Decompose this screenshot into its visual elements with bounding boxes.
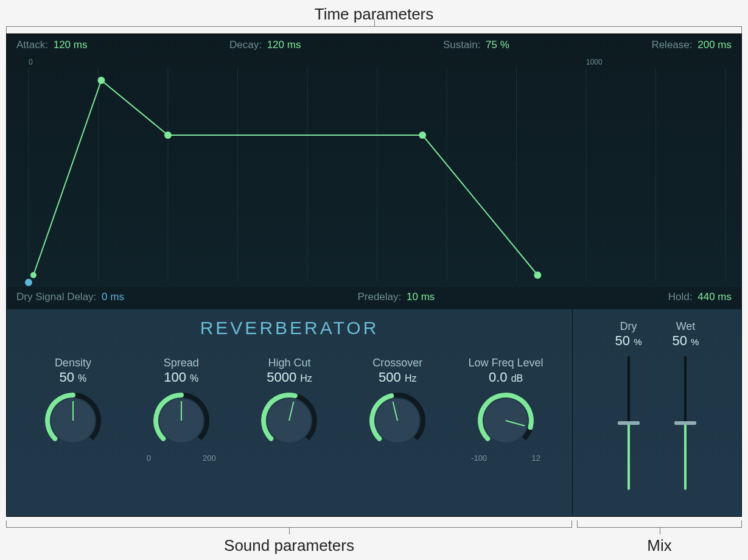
- wet-slider-cell: Wet 50 %: [673, 320, 699, 504]
- envelope-node-sustain-end[interactable]: [419, 131, 426, 139]
- envelope-curve[interactable]: [33, 80, 537, 275]
- density-knob[interactable]: [43, 390, 103, 451]
- lowfreq-value: 0.0 dB: [454, 369, 558, 385]
- envelope-node-0[interactable]: [30, 272, 37, 278]
- annotation-mix: Mix: [577, 536, 742, 555]
- wet-label: Wet: [673, 320, 699, 333]
- crossover-value: 500 Hz: [346, 369, 449, 385]
- density-value: 50 %: [21, 369, 125, 385]
- density-knob-cell: Density 50 %: [21, 357, 125, 451]
- hold-value: 440 ms: [697, 291, 732, 303]
- spread-knob-cell: Spread 100 % 0200: [130, 357, 233, 463]
- reverberator-title: REVERBERATOR: [7, 318, 572, 338]
- dry-slider-cell: Dry 50 %: [615, 320, 642, 504]
- wet-value: 50 %: [673, 333, 699, 349]
- predelay-param[interactable]: Predelay: 10 ms: [357, 291, 435, 303]
- envelope-grid: [29, 68, 725, 281]
- hold-label: Hold:: [668, 291, 693, 303]
- bracket-sound: [6, 520, 572, 528]
- sustain-param[interactable]: Sustain: 75 %: [443, 39, 509, 51]
- dry-slider[interactable]: [618, 356, 640, 490]
- spread-ticks: 0200: [130, 451, 233, 463]
- knob-row: Density 50 % Spread 100 % 0200 High Cut …: [7, 357, 572, 463]
- delay-readout-row: Dry Signal Delay: 0 ms Predelay: 10 ms H…: [7, 287, 741, 309]
- crossover-knob-cell: Crossover 500 Hz: [346, 357, 449, 451]
- bracket-top: [6, 26, 742, 33]
- decay-label: Decay:: [229, 39, 262, 51]
- spread-value: 100 %: [130, 369, 233, 385]
- envelope-node-attack[interactable]: [97, 77, 105, 84]
- spread-label: Spread: [130, 357, 233, 369]
- sound-parameters-panel: REVERBERATOR Density 50 % Spread 100 % 0…: [7, 309, 573, 516]
- highcut-knob[interactable]: [259, 390, 320, 451]
- attack-param[interactable]: Attack: 120 ms: [16, 39, 87, 51]
- attack-value: 120 ms: [54, 39, 88, 51]
- crossover-label: Crossover: [346, 357, 449, 369]
- spread-knob[interactable]: [151, 390, 212, 451]
- highcut-value: 5000 Hz: [237, 369, 341, 385]
- envelope-start-handle[interactable]: [25, 279, 32, 286]
- release-value: 200 ms: [697, 39, 732, 51]
- dry-signal-delay-label: Dry Signal Delay:: [16, 291, 96, 303]
- density-label: Density: [21, 357, 125, 369]
- decay-param[interactable]: Decay: 120 ms: [229, 39, 301, 51]
- attack-label: Attack:: [16, 39, 48, 51]
- reverb-plugin-window: Attack: 120 ms Decay: 120 ms Sustain: 75…: [6, 33, 742, 517]
- time-parameters-panel: Attack: 120 ms Decay: 120 ms Sustain: 75…: [7, 34, 741, 309]
- lowfreq-label: Low Freq Level: [454, 357, 558, 369]
- envelope-node-decay[interactable]: [164, 131, 172, 139]
- highcut-knob-cell: High Cut 5000 Hz: [237, 357, 341, 451]
- predelay-value: 10 ms: [407, 291, 435, 303]
- axis-max-label: 1000: [586, 58, 603, 66]
- sustain-label: Sustain:: [443, 39, 480, 51]
- axis-min-label: 0: [29, 58, 33, 66]
- hold-param[interactable]: Hold: 440 ms: [668, 291, 732, 303]
- annotation-sound-parameters: Sound parameters: [6, 536, 572, 555]
- sustain-value: 75 %: [486, 39, 509, 51]
- adsr-readout-row: Attack: 120 ms Decay: 120 ms Sustain: 75…: [7, 34, 741, 54]
- lowfreq-knob[interactable]: 0: [475, 390, 536, 451]
- crossover-knob[interactable]: [367, 390, 428, 451]
- wet-slider[interactable]: [674, 356, 696, 490]
- dry-signal-delay-value: 0 ms: [102, 291, 124, 303]
- release-param[interactable]: Release: 200 ms: [651, 39, 732, 51]
- decay-value: 120 ms: [267, 39, 301, 51]
- predelay-label: Predelay:: [357, 291, 401, 303]
- lowfreq-ticks: -10012: [454, 451, 558, 463]
- dry-signal-delay-param[interactable]: Dry Signal Delay: 0 ms: [16, 291, 124, 303]
- dry-label: Dry: [615, 320, 642, 333]
- lowfreq-knob-cell: Low Freq Level 0.0 dB 0 -10012: [454, 357, 558, 463]
- envelope-display[interactable]: 0 1000: [16, 56, 732, 287]
- highcut-label: High Cut: [237, 357, 341, 369]
- mix-panel: Dry 50 % Wet 50 %: [573, 309, 741, 516]
- envelope-node-release[interactable]: [534, 271, 541, 279]
- bracket-mix: [577, 520, 742, 528]
- dry-value: 50 %: [615, 333, 642, 349]
- release-label: Release:: [651, 39, 692, 51]
